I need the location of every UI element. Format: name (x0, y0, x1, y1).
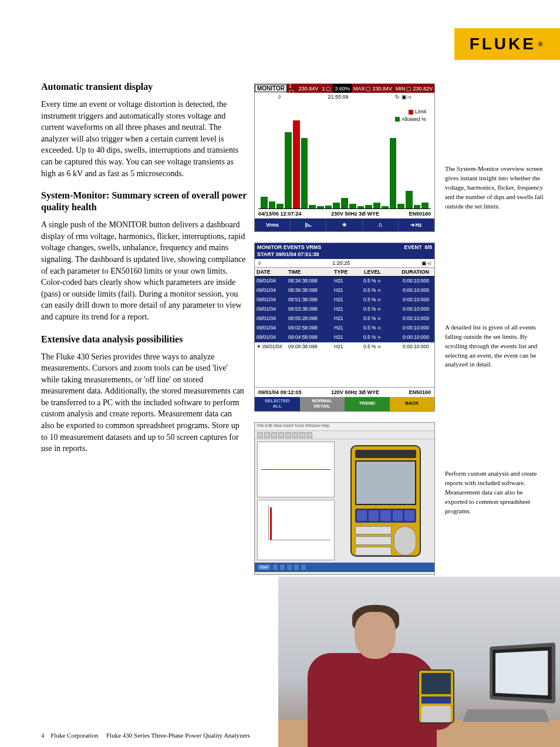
screenshot-pc-software: File Edit View Insert Tools Window Help (254, 422, 435, 575)
para-transient: Every time an event or voltage distortio… (41, 99, 247, 179)
th-duration: DURATION (383, 268, 431, 276)
table-row[interactable]: 09/01/0408:34:38:098H210.5 % ⟡0:00:10:00… (255, 277, 434, 286)
footer-datetime: 04/13/06 12:07:24 (258, 211, 302, 217)
table-row[interactable]: 09/01/0408:36:38:098H210.5 % ⟡0:00:10:00… (255, 286, 434, 295)
footer-config: 230V 50Hz 3Ø WYE (331, 211, 379, 217)
taskbar-item[interactable] (279, 564, 285, 571)
events-rows: 09/01/0408:34:38:098H210.5 % ⟡0:00:10:00… (255, 277, 434, 351)
table-row[interactable]: 09/01/0409:04:58:098H210.5 % ⟡0:00:10:00… (255, 333, 434, 342)
screenshot-events-list: MONITOR EVENTS VRMSSTART 09/01/04 07:51:… (254, 243, 435, 412)
tab-freq[interactable]: ➜Hz (399, 218, 434, 231)
toolbar-button[interactable] (285, 432, 291, 438)
toolbar-button[interactable] (306, 432, 312, 438)
chart-bar (414, 205, 421, 208)
spectrum-panel[interactable] (257, 500, 335, 560)
th-type: TYPE (332, 268, 353, 276)
chart-bar (365, 205, 372, 208)
chart-bar (357, 206, 365, 208)
chart-bar (276, 204, 284, 208)
table-row[interactable]: 09/01/0408:53:38:098H210.5 % ⟡0:00:10:00… (255, 305, 434, 314)
instrument-softkeys (355, 509, 416, 523)
taskbar[interactable]: Start (255, 563, 434, 572)
th-time: TIME (286, 268, 332, 276)
tab-normal-detail[interactable]: NORMALDETAIL (300, 397, 345, 411)
captions-column: The System-Monitor overview screen gives… (445, 164, 545, 628)
reading-pct: 3.60% (333, 84, 352, 93)
tab-trend[interactable]: TREND (345, 397, 390, 411)
tab-back[interactable]: BACK (390, 397, 435, 411)
instrument-top (355, 450, 416, 458)
chart-bar (269, 201, 276, 208)
events-empty-area (255, 352, 434, 387)
toolbar-button[interactable] (264, 432, 270, 438)
chart-bar (421, 203, 429, 208)
reading-min: MIN▢ 230.82V (394, 84, 434, 93)
monitor-footer: 04/13/06 12:07:24 230V 50Hz 3Ø WYE EN501… (255, 209, 434, 218)
toolbar-button[interactable] (278, 432, 284, 438)
page-number: 4 (41, 732, 45, 739)
table-row[interactable]: 09/01/0409:02:58:098H210.5 % ⟡0:00:10:00… (255, 324, 434, 333)
chart-bar (333, 203, 340, 208)
chart-bar (406, 191, 413, 208)
toolbar-button[interactable] (271, 432, 277, 438)
reading-1: 1 ▢ 230.84V (287, 84, 320, 93)
heading-analysis: Extensive data analysis possibilities (41, 334, 247, 345)
product-photo (278, 577, 560, 747)
tab-dips[interactable]: ⎍ (363, 218, 399, 231)
table-row[interactable]: ✦ 09/01/0409:08:38:098H210.5 % ⟡0:00:10:… (255, 342, 434, 352)
para-analysis: The Fluke 430 Series provides three ways… (41, 351, 247, 455)
toolbar-button[interactable] (292, 432, 298, 438)
toolbar-button[interactable] (257, 432, 263, 438)
events-subheader: ◊1:20:25▣◅ (255, 259, 434, 268)
heading-transient: Automatic transient display (41, 81, 247, 93)
app-menubar[interactable]: File Edit View Insert Tools Window Help (255, 423, 434, 431)
screenshot-monitor-overview: MONITOR 1 ▢ 230.84V 1 ▢ 3.60% MAX▢ 230.8… (254, 83, 435, 232)
tab-flicker[interactable]: ✳ (326, 218, 362, 231)
chart-bar (317, 206, 324, 208)
chart-bar (382, 206, 389, 208)
tab-harmonics[interactable]: |Iₕ. (291, 218, 326, 231)
reading-max: MAX▢ 230.84V (352, 84, 394, 93)
main-column: Automatic transient display Every time a… (41, 81, 247, 465)
laptop (461, 645, 555, 727)
footer-title: Fluke 430 Series Three-Phase Power Quali… (106, 732, 250, 739)
chart-bar (341, 198, 348, 208)
table-row[interactable]: 09/01/0408:51:38:098H210.5 % ⟡0:00:10:00… (255, 295, 434, 305)
chart-bar (309, 205, 316, 208)
events-footer: 09/01/04 09:12:03120V 60Hz 3Ø WYEEN50160 (255, 387, 434, 397)
caption-3: Perform custom analysis and create repor… (445, 469, 545, 516)
brand-logo: FLUKE® (454, 28, 560, 60)
figures-column: MONITOR 1 ▢ 230.84V 1 ▢ 3.60% MAX▢ 230.8… (254, 83, 436, 586)
device-window (337, 439, 434, 563)
th-level: LEVEL (353, 268, 383, 276)
events-table-header: DATE TIME TYPE LEVEL DURATION (255, 268, 434, 277)
app-toolbar[interactable] (255, 431, 434, 439)
taskbar-item[interactable] (272, 564, 278, 571)
caption-2: A detailed list is given of all events f… (445, 323, 545, 370)
events-tabs: SELECTEDALL NORMALDETAIL TREND BACK (255, 397, 434, 411)
table-row[interactable]: 09/01/0408:55:28:098H210.5 % ⟡0:00:10:00… (255, 314, 434, 324)
taskbar-item[interactable] (294, 564, 299, 571)
waveform-panel[interactable] (257, 442, 335, 497)
tab-vrms[interactable]: Vrms (255, 218, 291, 231)
para-monitor: A single push of the MONITOR button deli… (41, 219, 247, 322)
chart-bar (373, 203, 380, 208)
monitor-timebar: ◊21:55:09↻ ▣◅ (255, 93, 434, 101)
chart-bar (390, 138, 397, 208)
tab-selected-all[interactable]: SELECTEDALL (255, 397, 300, 411)
monitor-tabs: Vrms |Iₕ. ✳ ⎍ ➜Hz (255, 218, 434, 231)
instrument-screen (355, 460, 416, 505)
handheld-analyzer (418, 669, 454, 724)
chart-bar (325, 206, 332, 208)
chart-bar (293, 120, 300, 208)
reading-2: 1 ▢ (320, 84, 333, 93)
taskbar-item[interactable] (286, 564, 292, 571)
person (296, 594, 437, 747)
software-panels (255, 439, 337, 563)
page-footer: 4 Fluke Corporation Fluke 430 Series Thr… (41, 732, 250, 739)
taskbar-item[interactable] (301, 564, 306, 571)
toolbar-button[interactable] (299, 432, 305, 438)
start-button[interactable]: Start (257, 564, 271, 571)
chart-bar (349, 204, 356, 208)
footer-standard: EN50160 (409, 211, 431, 217)
